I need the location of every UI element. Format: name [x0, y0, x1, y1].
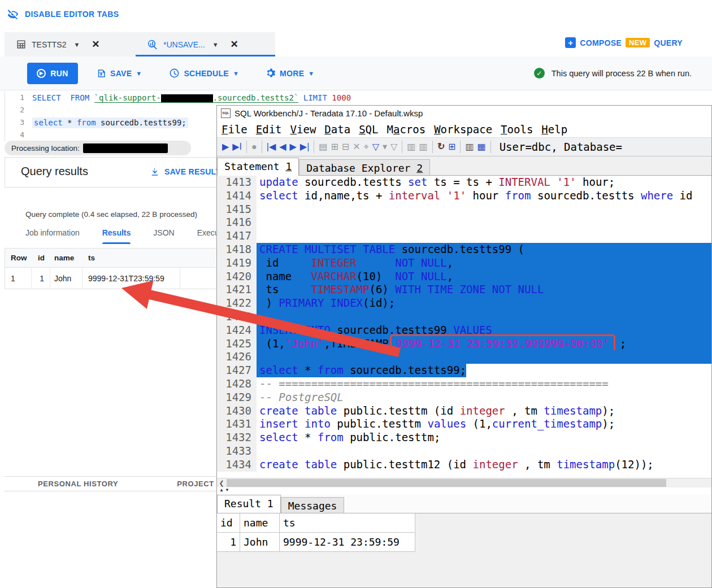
copy-row-icon[interactable]: ⊟ — [342, 142, 349, 151]
editor-line[interactable]: 1SELECT FROM `qlik-support-.sourcedb.tes… — [5, 92, 712, 104]
grid-data-row[interactable]: 1 John 9999-12-31 23:59:59 — [217, 533, 711, 552]
rollback-icon[interactable]: ▥ — [419, 142, 427, 151]
last-row-icon[interactable]: ▶| — [300, 142, 309, 151]
close-icon[interactable]: ✕ — [92, 38, 99, 50]
editor-line[interactable]: 1431insert into public.testtm values (1,… — [217, 417, 711, 431]
line-number: 2 — [5, 104, 32, 116]
line-number: 1421 — [217, 283, 257, 297]
tab-testts2[interactable]: TESTTS2 ▼ ✕ — [5, 32, 124, 56]
save-results-button[interactable]: SAVE RESULT — [150, 167, 220, 177]
delete-row-icon[interactable]: ✕ — [353, 142, 360, 151]
disable-editor-tabs-button[interactable]: DISABLE EDITOR TABS — [7, 8, 119, 20]
tab-result-1[interactable]: Result 1 — [217, 495, 281, 513]
editor-line[interactable]: 1422 ) PRIMARY INDEX(id); — [217, 297, 711, 310]
horizontal-scrollbar[interactable]: ❮ — [217, 478, 711, 487]
schedule-button[interactable]: SCHEDULE ▼ — [169, 68, 239, 79]
editor-line[interactable]: 1425 (1,'John',TIMESTAMP9999-12-31 23:59… — [217, 337, 711, 351]
reconnect-icon[interactable]: ↻ — [437, 142, 445, 151]
menu-help[interactable]: Help — [541, 121, 567, 137]
close-icon[interactable]: ✕ — [231, 38, 238, 50]
scroll-left-icon[interactable]: ❮ — [217, 478, 226, 487]
stop-icon[interactable]: ● — [251, 142, 257, 151]
chevron-down-icon[interactable]: ▼ — [73, 41, 80, 48]
line-number: 1 — [5, 92, 32, 104]
table-list-icon[interactable]: ▦ — [477, 142, 486, 151]
code-segment: INTERVAL — [498, 176, 550, 188]
editor-line[interactable]: 1418CREATE MULTISET TABLE sourcedb.testt… — [217, 243, 711, 256]
menu-macros[interactable]: Macros — [387, 121, 426, 137]
splitter-buttons[interactable]: ▲▼ — [217, 487, 711, 494]
line-code — [257, 310, 711, 324]
code-segment: select — [259, 189, 298, 202]
tab-job-information[interactable]: Job information — [25, 228, 80, 244]
tab-statement-1[interactable]: Statement 1 — [217, 158, 299, 176]
code-segment: INTEGER — [311, 256, 357, 269]
chevron-down-icon[interactable]: ▼ — [212, 41, 219, 48]
menu-file[interactable]: File — [222, 121, 248, 137]
menu-tools[interactable]: Tools — [501, 121, 533, 137]
window-layout-icon[interactable]: ⊞ — [448, 142, 455, 151]
filter-dropdown-icon[interactable]: ▾ — [383, 142, 387, 151]
pin-icon[interactable]: ⌖ — [364, 142, 369, 151]
editor-line[interactable]: 1423 — [217, 310, 711, 324]
editor-line[interactable]: 1415 — [217, 203, 711, 216]
editor-line[interactable]: 1419 id INTEGER NOT NULL, — [217, 256, 711, 270]
insert-row-icon[interactable]: ⊞ — [331, 142, 338, 151]
window-title-bar[interactable]: SQL SQL Workbench/J - Teradata 17.10 - D… — [217, 106, 711, 120]
menu-sql[interactable]: SQL — [359, 121, 378, 137]
editor-line[interactable]: 1430create table public.testtm (id integ… — [217, 404, 711, 418]
editor-line[interactable]: 1421 ts TIMESTAMP(6) WITH TIME ZONE NOT … — [217, 283, 711, 297]
run-to-cursor-icon[interactable]: ▶I — [232, 142, 242, 151]
editor-line[interactable]: 1427select * from sourcedb.testts99; — [217, 364, 711, 377]
save-icon[interactable]: ▤ — [319, 142, 327, 151]
compose-new-query-button[interactable]: + COMPOSE NEW QUERY — [565, 37, 683, 48]
scrollbar-thumb[interactable] — [227, 479, 666, 487]
editor-line[interactable]: 1417 — [217, 229, 711, 243]
editor-line[interactable]: 1433 — [217, 445, 711, 458]
tab-results[interactable]: Results — [102, 228, 131, 244]
editor-line[interactable]: 1414select id,name,ts + interval '1' hou… — [217, 189, 711, 203]
editor-line[interactable]: 1420 name VARCHAR(10) NOT NULL, — [217, 270, 711, 284]
menu-data[interactable]: Data — [324, 121, 350, 137]
line-number: 1425 — [217, 337, 257, 351]
editor-line[interactable]: 1416 — [217, 216, 711, 229]
save-button[interactable]: SAVE ▼ — [96, 68, 142, 79]
first-row-icon[interactable]: |◀ — [267, 142, 276, 151]
code-segment: (1, — [466, 417, 492, 430]
personal-history-tab[interactable]: PERSONAL HISTORY — [38, 480, 118, 488]
editor-line[interactable]: 1432select * from public.testtm; — [217, 431, 711, 445]
editor-line[interactable]: 1426 — [217, 350, 711, 364]
more-button[interactable]: MORE ▼ — [265, 68, 314, 79]
prev-row-icon[interactable]: ◀ — [279, 142, 286, 151]
code-segment — [550, 176, 557, 188]
grid-header-row: id name ts — [217, 513, 711, 533]
tab-json[interactable]: JSON — [153, 228, 174, 244]
line-number: 1430 — [217, 404, 257, 418]
filter-icon[interactable]: ▽ — [372, 142, 379, 151]
run-icon[interactable]: ▶ — [222, 142, 229, 151]
clear-filter-icon[interactable]: ▽ — [390, 142, 397, 151]
workbench-sql-editor[interactable]: 1413update sourcedb.testts set ts = ts +… — [217, 176, 711, 478]
workbench-tab-bar: Statement 1 Database Explorer 2 — [217, 156, 711, 176]
code-segment: sourcedb.testts99; — [96, 118, 186, 127]
menu-edit[interactable]: Edit — [256, 121, 282, 137]
editor-line[interactable]: 1413update sourcedb.testts set ts = ts +… — [217, 176, 711, 189]
menu-view[interactable]: View — [290, 121, 316, 137]
tab-database-explorer-2[interactable]: Database Explorer 2 — [299, 159, 430, 175]
editor-line[interactable]: 1429-- PostgreSQL — [217, 391, 711, 404]
workbench-toolbar: ▶▶I●|◀◀▶▶|▤⊞⊟✕⌖▽▾▽▥▥↻⊞▥▦User=dbc, Databa… — [217, 137, 711, 156]
line-code: insert into public.testtm values (1,curr… — [257, 417, 711, 431]
next-row-icon[interactable]: ▶ — [290, 142, 297, 151]
toolbar-separator — [246, 141, 247, 153]
code-segment: CREATE MULTISET TABLE — [259, 243, 395, 255]
tab-messages[interactable]: Messages — [281, 497, 345, 513]
run-button[interactable]: ▶ RUN — [27, 63, 78, 84]
menu-workspace[interactable]: Workspace — [434, 121, 492, 137]
code-segment: id — [673, 189, 692, 202]
commit-icon[interactable]: ▥ — [407, 142, 415, 151]
database-icon[interactable]: ▥ — [465, 142, 474, 151]
editor-line[interactable]: 1428-- =================================… — [217, 377, 711, 391]
code-segment: TIMESTAMP — [311, 283, 370, 295]
tab-unsaved-query[interactable]: *UNSAVE... ▼ ✕ — [136, 32, 275, 56]
editor-line[interactable]: 1434create table public.testtm12 (id int… — [217, 458, 711, 472]
